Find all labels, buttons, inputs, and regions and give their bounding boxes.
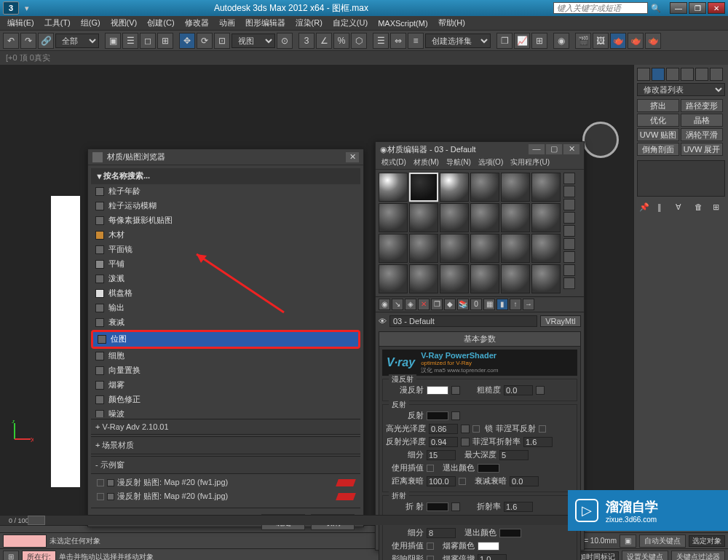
render-iter-button[interactable]: 🫖: [645, 33, 661, 49]
mat-slot[interactable]: [409, 234, 438, 263]
matmenu-nav[interactable]: 导航(N): [443, 157, 474, 169]
selection-filter[interactable]: 全部: [55, 33, 99, 48]
diffuse-color-swatch[interactable]: [427, 386, 448, 395]
roughness-spinner[interactable]: [504, 385, 533, 395]
align-button[interactable]: ≡: [408, 33, 424, 49]
viewport-area[interactable]: yx 修改器列表 挤出 路径变形 优化 晶格 UVW 贴图 涡轮平滑 倒角剖面 …: [0, 65, 728, 515]
mod-uvwmap[interactable]: UVW 贴图: [637, 128, 679, 141]
hilight-spinner[interactable]: [429, 424, 458, 434]
mirror-button[interactable]: ⇔: [390, 33, 406, 49]
browser-section-sample[interactable]: - 示例窗: [91, 456, 360, 474]
link-button[interactable]: 🔗: [38, 33, 54, 49]
mat-slot[interactable]: [531, 173, 561, 202]
named-selset-button[interactable]: ☰: [373, 33, 389, 49]
mat-slot[interactable]: [379, 234, 408, 263]
schematic-button[interactable]: ⊞: [531, 33, 547, 49]
percent-snap-button[interactable]: %: [333, 33, 349, 49]
mat-slot[interactable]: [501, 234, 530, 263]
mat-slot[interactable]: [531, 234, 561, 263]
dim-dist-spinner[interactable]: [427, 476, 456, 486]
reflect-color-swatch[interactable]: [427, 411, 448, 420]
material-type-button[interactable]: VRayMtl: [540, 315, 581, 327]
refract-ior-spinner[interactable]: [504, 502, 533, 512]
status-swatch[interactable]: [3, 535, 47, 548]
select-button[interactable]: ▣: [105, 33, 121, 49]
browser-close-button[interactable]: ✕: [346, 152, 359, 162]
assign-mat-icon[interactable]: ◈: [405, 299, 416, 310]
browser-list[interactable]: 粒子年龄 粒子运动模糊 每像素摄影机贴图 木材 平面镜 平铺 泼溅 棋盘格 输出…: [91, 184, 360, 417]
refract-exit-swatch[interactable]: [499, 529, 521, 537]
refl-subdiv-spinner[interactable]: [427, 450, 456, 460]
menu-render[interactable]: 渲染(R): [291, 16, 327, 30]
render-prod-button[interactable]: 🫖: [628, 33, 644, 49]
rollout-basic-header[interactable]: 基本参数: [379, 331, 581, 347]
motion-tab-icon[interactable]: [681, 68, 694, 81]
sample-type-icon[interactable]: [563, 173, 575, 184]
menu-help[interactable]: 帮助(H): [434, 16, 470, 30]
selection-set-dropdown[interactable]: 创建选择集: [425, 33, 491, 48]
browser-search-header[interactable]: ▼ 按名称搜索...: [91, 168, 360, 184]
rotate-button[interactable]: ⟳: [197, 33, 213, 49]
keyfilter-button[interactable]: 关键点过滤器: [671, 551, 725, 561]
menu-group[interactable]: 组(G): [76, 16, 105, 30]
ref-coord-dropdown[interactable]: 视图: [232, 33, 275, 48]
viewport-label[interactable]: [+0 顶 0真实: [0, 51, 728, 65]
reset-mat-icon[interactable]: ✕: [418, 299, 430, 310]
mateditor-close-button[interactable]: ✕: [563, 144, 579, 154]
remove-mod-icon[interactable]: 🗑: [695, 202, 705, 213]
scale-button[interactable]: ⊡: [214, 33, 230, 49]
go-parent-icon[interactable]: ↑: [510, 299, 521, 310]
autokey-button[interactable]: 自动关键点: [639, 535, 686, 548]
menu-view[interactable]: 视图(V): [106, 16, 142, 30]
mat-slot[interactable]: [470, 264, 499, 293]
menu-tools[interactable]: 工具(T): [40, 16, 75, 30]
mat-slot[interactable]: [440, 264, 469, 293]
snap-toggle-button[interactable]: 3: [298, 33, 314, 49]
mat-slot[interactable]: [379, 173, 408, 202]
refl-exit-swatch[interactable]: [478, 464, 499, 473]
redo-button[interactable]: ↷: [20, 33, 36, 49]
show-end-icon[interactable]: ▮: [496, 299, 508, 310]
mateditor-titlebar[interactable]: ◉ 材质编辑器 - 03 - Default — ▢ ✕: [376, 142, 584, 157]
config-icon[interactable]: ⊞: [713, 202, 723, 213]
select-region-button[interactable]: ◻: [140, 33, 156, 49]
menu-create[interactable]: 创建(C): [143, 16, 178, 30]
display-tab-icon[interactable]: [695, 68, 708, 81]
mateditor-min-button[interactable]: —: [529, 144, 545, 154]
spinner-snap-button[interactable]: ⬡: [351, 33, 367, 49]
dim-fall-spinner[interactable]: [510, 476, 539, 486]
mat-slot[interactable]: [531, 203, 561, 232]
modifier-list-dropdown[interactable]: 修改器列表: [637, 83, 725, 96]
render-frame-button[interactable]: 🖼: [593, 33, 609, 49]
sample-row[interactable]: 漫反射 贴图: Map #20 (fw1.jpg): [92, 489, 359, 503]
mat-slot-active[interactable]: [409, 173, 438, 202]
select-by-mat-icon[interactable]: [563, 264, 575, 276]
affect-shadow-checkbox[interactable]: [427, 556, 434, 561]
refract-interp-checkbox[interactable]: [427, 543, 434, 550]
fresnel-checkbox[interactable]: [539, 425, 546, 433]
menu-maxscript[interactable]: MAXScript(M): [373, 17, 432, 29]
mat-id-icon[interactable]: 0: [470, 299, 482, 310]
show-map-icon[interactable]: ▦: [483, 299, 495, 310]
mat-slot[interactable]: [470, 173, 499, 202]
put-mat-icon[interactable]: ↘: [392, 299, 403, 310]
modifier-stack[interactable]: [637, 160, 725, 197]
pivot-button[interactable]: ⊙: [277, 33, 293, 49]
refl-depth-spinner[interactable]: [499, 450, 529, 460]
mat-map-nav-icon[interactable]: [563, 277, 575, 289]
mat-slot[interactable]: [440, 203, 469, 232]
menu-customize[interactable]: 自定义(U): [328, 16, 372, 30]
make-copy-icon[interactable]: ❐: [431, 299, 443, 310]
mod-pathdeform[interactable]: 路径变形: [681, 99, 723, 112]
matmenu-material[interactable]: 材质(M): [411, 157, 442, 169]
pin-stack-icon[interactable]: 📌: [639, 202, 649, 213]
roughness-map-button[interactable]: [536, 386, 545, 395]
mod-extrude[interactable]: 挤出: [637, 99, 679, 112]
time-slider[interactable]: [28, 516, 45, 525]
hierarchy-tab-icon[interactable]: [666, 68, 679, 81]
preview-icon[interactable]: [563, 238, 575, 250]
matmenu-util[interactable]: 实用程序(U): [507, 157, 553, 169]
create-tab-icon[interactable]: [637, 68, 650, 81]
help-search-icon[interactable]: 🔍: [651, 4, 661, 13]
browser-titlebar[interactable]: 材质/贴图浏览器 ✕: [88, 149, 363, 165]
